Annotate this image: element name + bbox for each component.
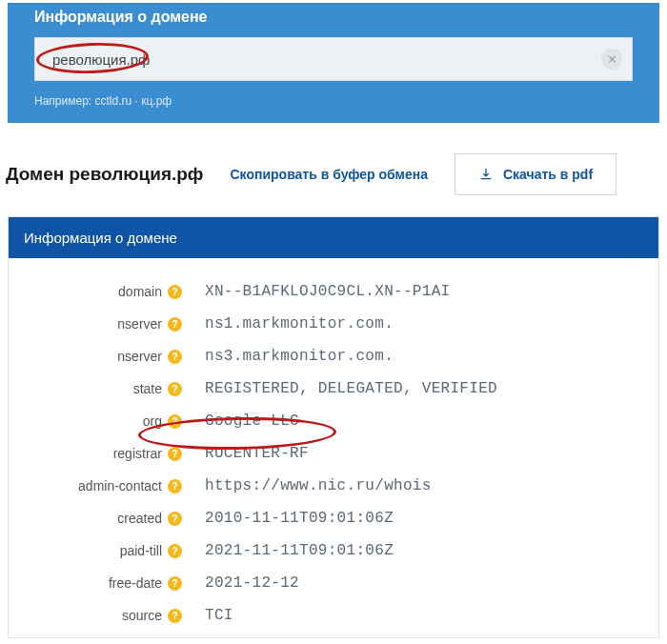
info-row-value: ns3.markmonitor.com. xyxy=(190,348,394,365)
help-icon[interactable]: ? xyxy=(168,350,182,364)
info-row-label: source? xyxy=(26,608,190,623)
example-link-1[interactable]: cctld.ru xyxy=(94,94,131,108)
info-row-label: org? xyxy=(26,413,190,429)
info-row-value: Google LLC xyxy=(190,413,299,430)
info-row: source?TCI xyxy=(26,599,641,632)
help-icon[interactable]: ? xyxy=(168,285,182,299)
help-icon[interactable]: ? xyxy=(168,317,182,332)
info-row-label: created? xyxy=(26,511,190,526)
info-row: created?2010-11-11T09:01:06Z xyxy=(26,502,641,534)
info-row-label: free-date? xyxy=(26,575,190,591)
info-row: nserver?ns3.markmonitor.com. xyxy=(26,340,641,372)
info-row-label: state? xyxy=(26,381,190,396)
domain-heading: Домен революция.рф xyxy=(6,164,204,185)
help-icon[interactable]: ? xyxy=(168,447,182,461)
info-label-text: domain xyxy=(118,284,162,299)
info-label-text: free-date xyxy=(109,575,162,591)
info-row-label: admin-contact? xyxy=(26,478,190,493)
info-label-text: nserver xyxy=(117,316,162,332)
info-row-value: 2010-11-11T09:01:06Z xyxy=(190,510,394,527)
domain-info-panel: Информация о домене domain?XN--B1AFKLOJ0… xyxy=(8,216,659,638)
info-row-value: REGISTERED, DELEGATED, VERIFIED xyxy=(190,380,497,397)
info-label-text: paid-till xyxy=(120,543,162,558)
info-label-text: admin-contact xyxy=(78,478,162,493)
example-sep: · xyxy=(131,94,141,108)
title-row: Домен революция.рф Скопировать в буфер о… xyxy=(0,123,667,216)
info-row-label: domain? xyxy=(26,284,190,299)
search-panel-title: Информация о домене xyxy=(34,3,633,37)
domain-search-input[interactable]: революция.рф ✕ xyxy=(34,37,633,81)
info-row-label: nserver? xyxy=(26,349,190,364)
info-label-text: org xyxy=(143,413,162,429)
info-row: paid-till?2021-11-11T09:01:06Z xyxy=(26,534,641,567)
domain-info-header: Информация о домене xyxy=(9,217,658,258)
help-icon[interactable]: ? xyxy=(168,382,182,396)
download-icon xyxy=(478,167,494,182)
domain-info-table: domain?XN--B1AFKLOJ0C9CL.XN--P1AInserver… xyxy=(9,258,658,637)
info-row: org?Google LLC xyxy=(26,405,641,437)
info-label-text: registrar xyxy=(113,446,162,461)
search-panel: Информация о домене революция.рф ✕ Напри… xyxy=(8,3,659,123)
download-pdf-button[interactable]: Скачать в pdf xyxy=(455,153,616,195)
info-label-text: nserver xyxy=(117,349,162,364)
example-prefix: Например: xyxy=(34,94,94,108)
info-row: free-date?2021-12-12 xyxy=(26,567,641,599)
info-row-value: 2021-11-11T09:01:06Z xyxy=(190,542,394,559)
info-label-text: created xyxy=(117,511,162,526)
info-row-value: https://www.nic.ru/whois xyxy=(190,477,432,494)
info-row: nserver?ns1.markmonitor.com. xyxy=(26,308,641,340)
search-example-line: Например: cctld.ru · кц.рф xyxy=(34,94,633,108)
help-icon[interactable]: ? xyxy=(168,609,182,623)
info-label-text: state xyxy=(133,381,162,396)
info-row: domain?XN--B1AFKLOJ0C9CL.XN--P1AI xyxy=(26,275,641,308)
info-label-text: source xyxy=(122,608,162,623)
info-row: state?REGISTERED, DELEGATED, VERIFIED xyxy=(26,372,641,405)
info-row-value: RUCENTER-RF xyxy=(190,445,309,462)
clear-input-icon[interactable]: ✕ xyxy=(601,49,622,70)
info-row: admin-contact?https://www.nic.ru/whois xyxy=(26,470,641,502)
info-row-value: 2021-12-12 xyxy=(190,574,299,592)
info-row-label: registrar? xyxy=(26,446,190,461)
help-icon[interactable]: ? xyxy=(168,414,182,429)
help-icon[interactable]: ? xyxy=(168,512,182,526)
info-row: registrar?RUCENTER-RF xyxy=(26,437,641,470)
info-row-value: TCI xyxy=(190,607,233,624)
search-input-value: революция.рф xyxy=(52,51,150,68)
example-link-2[interactable]: кц.рф xyxy=(141,94,172,108)
help-icon[interactable]: ? xyxy=(168,544,182,558)
copy-to-clipboard-button[interactable]: Скопировать в буфер обмена xyxy=(231,167,428,182)
help-icon[interactable]: ? xyxy=(168,479,182,493)
info-row-value: XN--B1AFKLOJ0C9CL.XN--P1AI xyxy=(190,283,450,300)
info-row-value: ns1.markmonitor.com. xyxy=(190,315,394,332)
download-pdf-label: Скачать в pdf xyxy=(503,167,593,182)
help-icon[interactable]: ? xyxy=(168,576,182,591)
info-row-label: nserver? xyxy=(26,316,190,332)
info-row-label: paid-till? xyxy=(26,543,190,558)
